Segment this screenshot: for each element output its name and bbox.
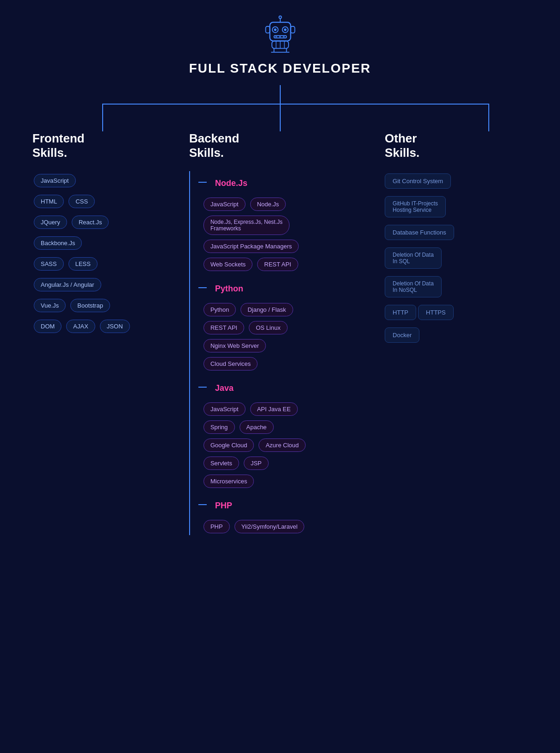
tag-row: HTML CSS xyxy=(32,193,175,210)
tag-python: Python xyxy=(203,303,236,316)
other-title: OtherSkills. xyxy=(385,131,528,160)
col-drop-left xyxy=(102,104,103,131)
frontend-tags: JavaScript HTML CSS JQuery React.Js Back… xyxy=(32,171,175,336)
tag-row: JavaScript Node.Js xyxy=(202,196,371,213)
tag-docker: Docker xyxy=(385,327,419,343)
tag-row: JavaScript xyxy=(32,172,175,189)
tag-github-hosting: GitHub IT-ProjectsHosting Service xyxy=(385,196,446,217)
tag-row: HTTP HTTPS xyxy=(385,303,528,321)
columns-inner: FrontendSkills. JavaScript HTML CSS JQue… xyxy=(18,131,542,539)
tag-row: REST API OS Linux xyxy=(202,319,371,336)
tag-websockets: Web Sockets xyxy=(203,258,252,271)
java-label: Java xyxy=(210,383,234,393)
backend-column: BackendSkills. Node.Js JavaScript Node.J… xyxy=(185,131,375,539)
tag-sass: SASS xyxy=(34,257,64,271)
tag-row: JQuery React.Js xyxy=(32,214,175,231)
other-column: OtherSkills. Git Control System GitHub I… xyxy=(375,131,542,539)
tag-spring: Spring xyxy=(203,420,235,434)
frontend-title: FrontendSkills. xyxy=(32,131,175,160)
tag-row: JavaScript API Java EE xyxy=(202,401,371,418)
php-block: PHP PHP Yii2/Symfony/Laravel xyxy=(198,494,371,535)
tag-backbonejs: Backbone.Js xyxy=(34,236,82,250)
php-label: PHP xyxy=(210,501,232,511)
main-title: FULL STACK DEVELOPER xyxy=(189,61,371,76)
logo-icon xyxy=(259,14,301,56)
tag-angularjs: Angular.Js / Angular xyxy=(34,278,101,291)
tag-row: Microservices xyxy=(202,473,371,490)
tag-jquery: JQuery xyxy=(34,216,67,229)
tag-row: SASS LESS xyxy=(32,255,175,272)
java-block: Java JavaScript API Java EE Spring Apach… xyxy=(198,376,371,490)
tag-row: Git Control System xyxy=(385,172,528,190)
tag-row: Cloud Services xyxy=(202,355,371,372)
tag-row: PHP Yii2/Symfony/Laravel xyxy=(202,518,371,535)
tag-row: Vue.Js Bootstrap xyxy=(32,297,175,314)
tag-row: Angular.Js / Angular xyxy=(32,276,175,293)
backend-title: BackendSkills. xyxy=(189,131,371,160)
tag-database-functions: Database Functions xyxy=(385,225,454,240)
svg-point-10 xyxy=(279,16,281,19)
tag-row: Database Functions xyxy=(385,223,528,241)
frontend-column: FrontendSkills. JavaScript HTML CSS JQue… xyxy=(18,131,185,539)
tag-nodejs-pkg: JavaScript Package Managers xyxy=(203,240,299,253)
tag-row: Backbone.Js xyxy=(32,235,175,252)
svg-rect-12 xyxy=(290,26,295,33)
tag-row: Node.Js, Express.Js, Nest.JsFrameworks xyxy=(202,214,371,237)
tag-apache: Apache xyxy=(240,420,274,434)
tag-gitcontrol: Git Control System xyxy=(385,173,451,189)
h-connector xyxy=(102,104,489,105)
tag-row: DOM AJAX JSON xyxy=(32,318,175,335)
svg-point-3 xyxy=(274,29,276,31)
tag-nodejs-js: JavaScript xyxy=(203,198,246,211)
tag-row: GitHub IT-ProjectsHosting Service xyxy=(385,195,528,219)
tag-nginx: Nginx Web Server xyxy=(203,339,266,352)
tag-row: Spring Apache xyxy=(202,419,371,436)
tag-row: Deletion Of DataIn SQL xyxy=(385,246,528,270)
tag-row: Nginx Web Server xyxy=(202,337,371,354)
tag-reactjs: React.Js xyxy=(72,216,109,229)
svg-rect-7 xyxy=(279,37,281,37)
tag-nodejs-frameworks: Node.Js, Express.Js, Nest.JsFrameworks xyxy=(203,216,289,235)
tag-restapi-python: REST API xyxy=(203,321,244,334)
header: FULL STACK DEVELOPER xyxy=(189,14,371,76)
tag-googlecloud: Google Cloud xyxy=(203,438,254,452)
tag-dom: DOM xyxy=(34,320,62,333)
tag-less: LESS xyxy=(68,257,98,271)
tag-jsp: JSP xyxy=(244,457,269,470)
tag-vuejs: Vue.Js xyxy=(34,299,66,312)
tag-row: Deletion Of DataIn NoSQL xyxy=(385,275,528,299)
tag-restapi-node: REST API xyxy=(257,258,298,271)
other-tags: Git Control System GitHub IT-ProjectsHos… xyxy=(385,171,528,345)
col-drop-mid xyxy=(280,104,281,131)
tag-php: PHP xyxy=(203,520,230,533)
svg-rect-6 xyxy=(275,37,277,37)
tag-row: Google Cloud Azure Cloud xyxy=(202,437,371,454)
tag-http: HTTP xyxy=(385,305,416,320)
tag-deletion-sql: Deletion Of DataIn SQL xyxy=(385,247,442,269)
tree-root-line xyxy=(280,85,281,104)
nodejs-block: Node.Js JavaScript Node.Js Node.Js, Expr… xyxy=(198,171,371,273)
tag-cloudservices: Cloud Services xyxy=(203,357,258,370)
tag-azurecloud: Azure Cloud xyxy=(258,438,306,452)
nodejs-label: Node.Js xyxy=(210,179,247,188)
page-wrapper: FULL STACK DEVELOPER FrontendSkills. Jav… xyxy=(0,0,560,567)
python-block: Python Python Django / Flask REST API OS… xyxy=(198,277,371,372)
tag-apijavaee: API Java EE xyxy=(250,402,298,416)
tag-ajax: AJAX xyxy=(66,320,95,333)
tag-row: Servlets JSP xyxy=(202,455,371,472)
tag-css: CSS xyxy=(68,195,95,208)
tag-django: Django / Flask xyxy=(240,303,293,316)
python-label: Python xyxy=(210,284,243,294)
tag-row: JavaScript Package Managers xyxy=(202,238,371,255)
tag-row: Docker xyxy=(385,326,528,344)
tag-row: Python Django / Flask xyxy=(202,301,371,318)
tag-deletion-nosql: Deletion Of DataIn NoSQL xyxy=(385,276,442,297)
tag-microservices: Microservices xyxy=(203,475,254,488)
tag-oslinux: OS Linux xyxy=(249,321,287,334)
svg-point-4 xyxy=(284,29,286,31)
tag-bootstrap: Bootstrap xyxy=(70,299,110,312)
tag-row: Web Sockets REST API xyxy=(202,256,371,273)
tag-html: HTML xyxy=(34,195,64,208)
tag-javascript: JavaScript xyxy=(34,174,76,187)
tag-nodejs-node: Node.Js xyxy=(250,198,286,211)
